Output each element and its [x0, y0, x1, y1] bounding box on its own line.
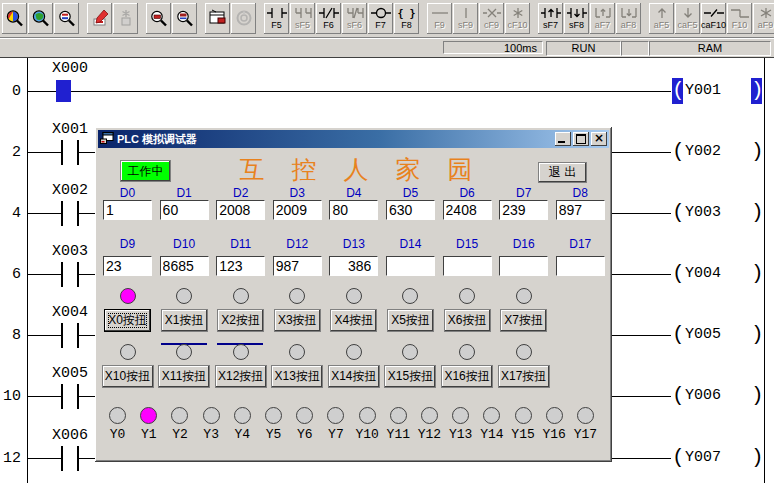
invert-button[interactable]: caF10: [701, 3, 726, 34]
contact-x006[interactable]: [61, 446, 63, 471]
register-D4-field[interactable]: [329, 200, 378, 220]
x10-button[interactable]: X10按扭: [102, 365, 154, 388]
coil-open-paren[interactable]: (: [672, 200, 683, 226]
x0-button[interactable]: X0按扭: [104, 309, 151, 332]
maximize-button[interactable]: [573, 132, 589, 146]
text-magnifier-button[interactable]: [54, 3, 79, 34]
x15-button[interactable]: X15按扭: [384, 365, 436, 388]
x17-button[interactable]: X17按扭: [498, 365, 550, 388]
x6-button[interactable]: X6按扭: [444, 309, 491, 332]
split-window-button[interactable]: [205, 3, 230, 34]
arrow-up-button[interactable]: aF5: [649, 3, 674, 34]
coil-button[interactable]: F7: [368, 3, 393, 34]
register-D7-field[interactable]: [499, 200, 548, 220]
arrow-down-button[interactable]: caF5: [675, 3, 700, 34]
zoom-buffer-icon: [175, 9, 195, 28]
contact-x001[interactable]: [61, 140, 63, 165]
coil-open-paren[interactable]: (: [672, 261, 683, 287]
contact-x006[interactable]: [77, 446, 79, 471]
x3-button[interactable]: X3按扭: [274, 309, 321, 332]
register-D14-field[interactable]: [386, 256, 435, 276]
contact-x002[interactable]: [61, 201, 63, 226]
working-status-button[interactable]: 工作中: [120, 160, 171, 182]
coil-close-paren[interactable]: ): [751, 261, 762, 287]
register-D3-field[interactable]: [273, 200, 322, 220]
register-D17-field[interactable]: [556, 256, 605, 276]
coil-open-paren[interactable]: (: [672, 445, 683, 471]
contact-closed-parallel-button[interactable]: sF6: [342, 3, 367, 34]
register-D12-field[interactable]: [273, 256, 322, 276]
register-D5-field[interactable]: [386, 200, 435, 220]
coil-open-paren[interactable]: (: [672, 78, 683, 104]
refresh-spiral-button[interactable]: [231, 3, 256, 34]
x4-button[interactable]: X4按扭: [330, 309, 377, 332]
coil-open-paren[interactable]: (: [672, 322, 683, 348]
register-D1-field[interactable]: [160, 200, 209, 220]
x5-button[interactable]: X5按扭: [387, 309, 434, 332]
step-line-button[interactable]: F10: [727, 3, 752, 34]
x7-button[interactable]: X7按扭: [500, 309, 547, 332]
x14-button[interactable]: X14按扭: [328, 365, 380, 388]
close-button[interactable]: ×: [591, 132, 607, 146]
asterisk-button[interactable]: cF10: [505, 3, 530, 34]
coil-close-paren[interactable]: ): [751, 78, 762, 104]
insert-sparkle-button[interactable]: [113, 3, 138, 34]
x16-button[interactable]: X16按扭: [441, 365, 493, 388]
x11-button[interactable]: X11按扭: [158, 365, 210, 388]
contact-x004[interactable]: [61, 323, 63, 348]
monitor-magnifier-button[interactable]: [2, 3, 27, 34]
register-D10-field[interactable]: [160, 256, 209, 276]
register-D16-field[interactable]: [499, 256, 548, 276]
register-D8-field[interactable]: [556, 200, 605, 220]
braces-button[interactable]: { }F8: [394, 3, 419, 34]
x2-button[interactable]: X2按扭: [217, 309, 264, 332]
x12-button[interactable]: X12按扭: [215, 365, 267, 388]
coil-close-paren[interactable]: ): [751, 383, 762, 409]
coil-open-paren[interactable]: (: [672, 383, 683, 409]
globe-magnifier-button[interactable]: [28, 3, 53, 34]
refresh-spiral-icon: [234, 9, 254, 28]
vertical-line-button[interactable]: sF9: [453, 3, 478, 34]
contact-x004[interactable]: [77, 323, 79, 348]
zoom-buffer-button[interactable]: [172, 3, 197, 34]
dialog-title: PLC 模拟调试器: [117, 132, 197, 147]
coil-close-paren[interactable]: ): [751, 139, 762, 165]
register-D9-field[interactable]: [103, 256, 152, 276]
exit-button[interactable]: 退 出: [538, 162, 587, 183]
register-D15-field[interactable]: [443, 256, 492, 276]
delete-line-button[interactable]: cF9: [479, 3, 504, 34]
contact-open-button[interactable]: F5: [264, 3, 289, 34]
x13-button[interactable]: X13按扭: [271, 365, 323, 388]
coil-close-paren[interactable]: ): [751, 200, 762, 226]
contact-open-parallel-button[interactable]: sF5: [290, 3, 315, 34]
register-D13-field[interactable]: [329, 256, 378, 276]
contact-falling-button[interactable]: sF8: [564, 3, 589, 34]
contact-x003[interactable]: [61, 262, 63, 287]
coil-close-paren[interactable]: ): [751, 322, 762, 348]
register-D0-field[interactable]: [103, 200, 152, 220]
contact-x002[interactable]: [77, 201, 79, 226]
dialog-titlebar[interactable]: PLC 模拟调试器 ×: [98, 130, 609, 148]
coil-open-paren[interactable]: (: [672, 139, 683, 165]
horizontal-line-button[interactable]: F9: [427, 3, 452, 34]
contact-falling-parallel-button[interactable]: aF8: [616, 3, 641, 34]
register-D6-field[interactable]: [443, 200, 492, 220]
edit-pencil-button[interactable]: [87, 3, 112, 34]
contact-x005[interactable]: [77, 384, 79, 409]
contact-x000-energized[interactable]: [56, 80, 71, 102]
delete-vertical-button[interactable]: aF9: [753, 3, 774, 34]
register-D2-field[interactable]: [216, 200, 265, 220]
coil-close-paren[interactable]: ): [751, 445, 762, 471]
contact-x001[interactable]: [77, 140, 79, 165]
x1-button[interactable]: X1按扭: [161, 309, 208, 332]
register-D11-field[interactable]: [216, 256, 265, 276]
contact-label: X003: [38, 243, 102, 260]
minimize-button[interactable]: [555, 132, 571, 146]
zoom-device-button[interactable]: [146, 3, 171, 34]
contact-x003[interactable]: [77, 262, 79, 287]
plc-simulator-dialog[interactable]: PLC 模拟调试器 × 工作中 互 控 人 家 园 退 出 D0D1D2D3D4…: [95, 127, 612, 462]
contact-x005[interactable]: [61, 384, 63, 409]
contact-rising-parallel-button[interactable]: aF7: [590, 3, 615, 34]
contact-closed-button[interactable]: F6: [316, 3, 341, 34]
contact-rising-button[interactable]: sF7: [538, 3, 563, 34]
